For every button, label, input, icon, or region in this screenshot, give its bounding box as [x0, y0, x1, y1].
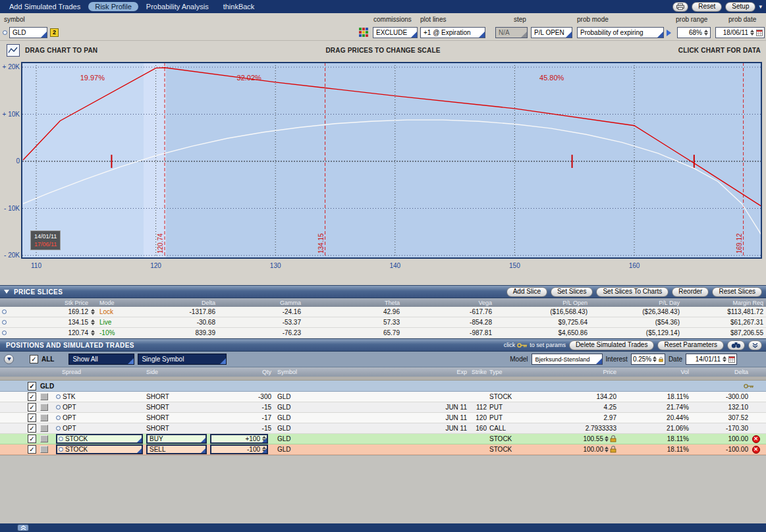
setup-button[interactable]: Setup: [725, 2, 755, 12]
search-binoculars-button[interactable]: [727, 340, 745, 350]
reset-parameters-button[interactable]: Reset Parameters: [657, 340, 724, 350]
tab-add-simulated-trades[interactable]: Add Simulated Trades: [3, 1, 87, 12]
reset-slices-button[interactable]: Reset Slices: [712, 287, 762, 297]
row-options-button[interactable]: [40, 435, 48, 442]
position-row[interactable]: ✓ OPTSHORT-17 GLD JUN 11 120 PUT 2.97 20…: [0, 413, 766, 423]
spinner-arrows-icon[interactable]: [653, 356, 657, 362]
row-checkbox[interactable]: ✓: [28, 413, 36, 422]
slice-price-spinner[interactable]: [90, 309, 96, 315]
delete-simulated-trades-button[interactable]: Delete Simulated Trades: [569, 340, 655, 350]
symbol-dropdown[interactable]: GLD: [9, 27, 47, 38]
row-checkbox[interactable]: ✓: [28, 445, 36, 454]
collapse-all-button[interactable]: [748, 340, 762, 350]
slice-link-ring[interactable]: [2, 331, 7, 335]
row-checkbox[interactable]: ✓: [28, 392, 36, 401]
position-row[interactable]: ✓ STOCKBUY+100 GLD STOCK 100.55 18.11% 1…: [0, 434, 766, 444]
prob-mode-dropdown[interactable]: Probability of expiring: [577, 27, 664, 38]
tab-probability-analysis[interactable]: Probability Analysis: [140, 1, 215, 12]
step-dropdown[interactable]: N/A: [495, 27, 528, 38]
group-key-icon[interactable]: [744, 383, 754, 389]
prob-range-spinner[interactable]: 68%: [677, 27, 711, 38]
slice-row[interactable]: 134.15 Live-30.68-53.3757.33-854.28$9,72…: [0, 317, 766, 328]
calendar-icon[interactable]: [728, 356, 735, 363]
show-all-dropdown[interactable]: Show All: [68, 354, 134, 365]
slice-link-ring[interactable]: [2, 320, 7, 325]
symbol-value: GLD: [276, 404, 408, 411]
row-options-button[interactable]: [40, 404, 48, 411]
slice-price[interactable]: 169.12: [8, 308, 88, 315]
slice-price-spinner[interactable]: [90, 319, 96, 325]
model-dropdown[interactable]: Bjerksund-Stensland: [532, 354, 603, 365]
group-checkbox[interactable]: ✓: [28, 382, 36, 390]
tab-thinkback[interactable]: thinkBack: [217, 1, 261, 12]
commissions-grid-icon[interactable]: [359, 28, 369, 38]
positions-group-row[interactable]: ✓ GLD: [0, 381, 766, 392]
side-dropdown[interactable]: SELL: [146, 444, 207, 454]
interest-spinner[interactable]: 0.25%: [631, 354, 665, 365]
position-row[interactable]: ✓ OPTSHORT-15 GLD JUN 11 112 PUT 4.25 21…: [0, 402, 766, 413]
spinner-arrows-icon[interactable]: [703, 30, 709, 36]
expand-arrow-icon[interactable]: [667, 30, 671, 36]
commissions-dropdown[interactable]: EXCLUDE: [373, 27, 418, 38]
price-slices-title: PRICE SLICES: [14, 288, 63, 296]
slice-price[interactable]: 120.74: [8, 329, 88, 336]
reorder-button[interactable]: Reorder: [672, 287, 709, 297]
date-field[interactable]: 14/01/11: [686, 354, 737, 365]
symbol-link-ring[interactable]: [3, 30, 7, 35]
slice-mode[interactable]: Lock: [97, 308, 132, 315]
slice-row[interactable]: 120.74 -10%839.39-76.2365.79-987.81$4,65…: [0, 328, 766, 338]
set-slices-to-charts-button[interactable]: Set Slices To Charts: [596, 287, 669, 297]
prob-date-field[interactable]: 18/06/11: [715, 27, 765, 38]
all-checkbox[interactable]: ✓: [30, 355, 38, 363]
spread-dropdown[interactable]: STOCK: [56, 444, 143, 454]
row-checkbox[interactable]: ✓: [28, 435, 36, 443]
remove-trade-button[interactable]: ✕: [752, 446, 760, 454]
slice-row[interactable]: 169.12 Lock-1317.86-24.1642.96-617.76($1…: [0, 307, 766, 317]
printer-button[interactable]: [672, 2, 688, 12]
row-checkbox[interactable]: ✓: [28, 403, 36, 412]
position-row[interactable]: ✓ OPTSHORT-15 GLD JUN 11 160 CALL 2.7933…: [0, 423, 766, 434]
step-mode-dropdown[interactable]: P/L OPEN: [531, 27, 572, 38]
set-slices-button[interactable]: Set Slices: [551, 287, 593, 297]
risk-profile-chart[interactable]: + 20K+ 10K0- 10K- 20K1101201301401501601…: [0, 61, 766, 285]
price-spinner[interactable]: [604, 436, 609, 442]
slice-link-ring[interactable]: [2, 309, 7, 314]
position-row[interactable]: ✓ STOCKSELL-100 GLD STOCK 100.00 18.11% …: [0, 444, 766, 455]
lock-icon[interactable]: [610, 446, 616, 453]
spinner-arrows-icon[interactable]: [750, 30, 755, 36]
tab-risk-profile[interactable]: Risk Profile: [88, 2, 138, 11]
row-options-button[interactable]: [40, 425, 48, 432]
slice-mode[interactable]: -10%: [97, 329, 132, 336]
qty-stepper[interactable]: +100: [210, 434, 268, 444]
chart-icon[interactable]: [7, 44, 20, 57]
lock-icon[interactable]: [659, 356, 663, 363]
single-symbol-dropdown[interactable]: Single Symbol: [138, 354, 227, 365]
slice-price[interactable]: 134.15: [8, 319, 88, 326]
calendar-icon[interactable]: [756, 29, 763, 36]
slice-mode[interactable]: Live: [97, 319, 132, 326]
add-slice-button[interactable]: Add Slice: [506, 287, 547, 297]
svg-text:+ 20K: + 20K: [3, 63, 20, 70]
row-options-button[interactable]: [40, 414, 48, 421]
position-row[interactable]: ✓ STKSHORT-300 GLD STOCK 134.20 18.11% -…: [0, 392, 766, 402]
spread-dropdown[interactable]: STOCK: [56, 434, 143, 444]
expand-panel-button[interactable]: [17, 524, 29, 531]
side-dropdown[interactable]: BUY: [146, 434, 207, 444]
type-value: PUT: [487, 404, 549, 411]
shared-grid-badge[interactable]: 2: [50, 28, 59, 37]
row-checkbox[interactable]: ✓: [28, 424, 36, 433]
remove-trade-button[interactable]: ✕: [752, 435, 760, 443]
exp-value: JUN 11: [408, 425, 467, 432]
row-options-button[interactable]: [40, 446, 48, 453]
spinner-arrows-icon[interactable]: [722, 356, 727, 362]
collapse-circle-button[interactable]: [4, 354, 14, 364]
slice-price-spinner[interactable]: [90, 330, 96, 336]
row-options-button[interactable]: [40, 393, 48, 400]
reset-button[interactable]: Reset: [692, 2, 722, 12]
collapse-triangle-icon[interactable]: [4, 290, 9, 294]
nav-more-icon[interactable]: ▾: [759, 3, 762, 10]
qty-stepper[interactable]: -100: [210, 444, 268, 454]
price-spinner[interactable]: [604, 446, 609, 452]
lock-icon[interactable]: [610, 435, 616, 442]
plot-lines-dropdown[interactable]: +1 @ Expiration: [420, 27, 485, 38]
